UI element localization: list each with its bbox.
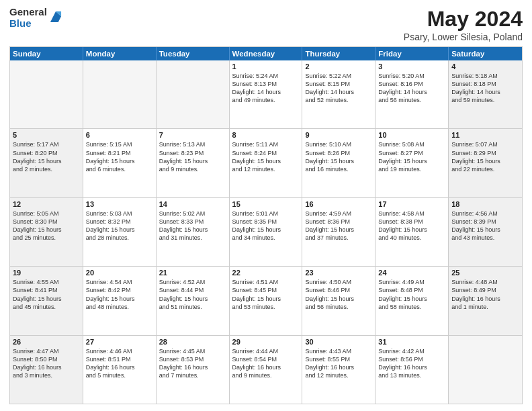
day-number: 24 bbox=[378, 269, 445, 277]
cell-info: Sunrise: 5:17 AM Sunset: 8:20 PM Dayligh… bbox=[13, 140, 80, 173]
day-number: 12 bbox=[13, 200, 80, 208]
day-header-thursday: Thursday bbox=[302, 47, 375, 60]
calendar-cell: 8Sunrise: 5:11 AM Sunset: 8:24 PM Daylig… bbox=[230, 129, 303, 197]
cell-info: Sunrise: 5:15 AM Sunset: 8:21 PM Dayligh… bbox=[86, 140, 153, 173]
cell-info: Sunrise: 4:55 AM Sunset: 8:41 PM Dayligh… bbox=[13, 278, 80, 311]
day-number: 13 bbox=[86, 200, 153, 208]
day-number: 17 bbox=[378, 200, 445, 208]
day-number: 8 bbox=[232, 131, 300, 139]
day-number: 6 bbox=[86, 131, 153, 139]
calendar-week-3: 12Sunrise: 5:05 AM Sunset: 8:30 PM Dayli… bbox=[10, 197, 522, 266]
calendar-cell: 29Sunrise: 4:44 AM Sunset: 8:54 PM Dayli… bbox=[230, 336, 303, 404]
cell-info: Sunrise: 5:05 AM Sunset: 8:30 PM Dayligh… bbox=[13, 210, 80, 242]
calendar-cell: 28Sunrise: 4:45 AM Sunset: 8:53 PM Dayli… bbox=[157, 336, 230, 404]
calendar-cell: 17Sunrise: 4:58 AM Sunset: 8:38 PM Dayli… bbox=[375, 198, 449, 266]
calendar-cell: 16Sunrise: 4:59 AM Sunset: 8:36 PM Dayli… bbox=[302, 198, 375, 266]
cell-info: Sunrise: 5:13 AM Sunset: 8:23 PM Dayligh… bbox=[159, 140, 226, 173]
calendar-cell: 4Sunrise: 5:18 AM Sunset: 8:18 PM Daylig… bbox=[449, 60, 522, 128]
day-number: 2 bbox=[305, 62, 372, 71]
day-number: 26 bbox=[13, 338, 80, 346]
day-number: 22 bbox=[232, 269, 300, 277]
cell-info: Sunrise: 5:22 AM Sunset: 8:15 PM Dayligh… bbox=[305, 72, 372, 105]
cell-info: Sunrise: 4:48 AM Sunset: 8:49 PM Dayligh… bbox=[451, 278, 519, 311]
day-header-monday: Monday bbox=[83, 47, 157, 60]
cell-info: Sunrise: 5:03 AM Sunset: 8:32 PM Dayligh… bbox=[86, 210, 153, 242]
calendar-body: 1Sunrise: 5:24 AM Sunset: 8:13 PM Daylig… bbox=[10, 60, 522, 404]
calendar-cell: 23Sunrise: 4:50 AM Sunset: 8:46 PM Dayli… bbox=[302, 267, 375, 334]
day-number: 30 bbox=[305, 338, 372, 346]
calendar-cell: 18Sunrise: 4:56 AM Sunset: 8:39 PM Dayli… bbox=[449, 198, 522, 266]
day-number: 11 bbox=[451, 131, 519, 139]
cell-info: Sunrise: 4:54 AM Sunset: 8:42 PM Dayligh… bbox=[86, 278, 153, 311]
calendar-cell: 9Sunrise: 5:10 AM Sunset: 8:26 PM Daylig… bbox=[302, 129, 375, 197]
day-number: 1 bbox=[232, 62, 300, 71]
calendar-cell: 11Sunrise: 5:07 AM Sunset: 8:29 PM Dayli… bbox=[449, 129, 522, 197]
cell-info: Sunrise: 4:49 AM Sunset: 8:48 PM Dayligh… bbox=[378, 278, 445, 311]
day-number: 27 bbox=[86, 338, 153, 346]
logo-icon bbox=[48, 9, 63, 24]
calendar-cell: 10Sunrise: 5:08 AM Sunset: 8:27 PM Dayli… bbox=[375, 129, 449, 197]
calendar-cell: 13Sunrise: 5:03 AM Sunset: 8:32 PM Dayli… bbox=[83, 198, 157, 266]
calendar-week-4: 19Sunrise: 4:55 AM Sunset: 8:41 PM Dayli… bbox=[10, 266, 522, 334]
calendar-cell: 31Sunrise: 4:42 AM Sunset: 8:56 PM Dayli… bbox=[375, 336, 449, 404]
logo-blue: Blue bbox=[9, 18, 47, 30]
cell-info: Sunrise: 4:51 AM Sunset: 8:45 PM Dayligh… bbox=[232, 278, 300, 311]
calendar-cell: 6Sunrise: 5:15 AM Sunset: 8:21 PM Daylig… bbox=[83, 129, 157, 197]
calendar-header: SundayMondayTuesdayWednesdayThursdayFrid… bbox=[10, 47, 522, 60]
calendar-cell bbox=[157, 60, 230, 128]
logo: General Blue bbox=[9, 7, 63, 29]
header: General Blue May 2024 Psary, Lower Siles… bbox=[9, 7, 523, 42]
cell-info: Sunrise: 4:43 AM Sunset: 8:55 PM Dayligh… bbox=[305, 347, 372, 380]
day-number: 7 bbox=[159, 131, 226, 139]
day-number: 18 bbox=[451, 200, 519, 208]
cell-info: Sunrise: 4:45 AM Sunset: 8:53 PM Dayligh… bbox=[159, 347, 226, 380]
calendar-cell: 12Sunrise: 5:05 AM Sunset: 8:30 PM Dayli… bbox=[10, 198, 83, 266]
cell-info: Sunrise: 4:58 AM Sunset: 8:38 PM Dayligh… bbox=[378, 210, 445, 242]
calendar-cell bbox=[10, 60, 83, 128]
title-block: May 2024 Psary, Lower Silesia, Poland bbox=[404, 7, 523, 42]
cell-info: Sunrise: 5:18 AM Sunset: 8:18 PM Dayligh… bbox=[451, 72, 519, 105]
day-number: 16 bbox=[305, 200, 372, 208]
day-header-sunday: Sunday bbox=[10, 47, 83, 60]
day-header-friday: Friday bbox=[375, 47, 449, 60]
cell-info: Sunrise: 5:24 AM Sunset: 8:13 PM Dayligh… bbox=[232, 72, 300, 105]
day-number: 14 bbox=[159, 200, 226, 208]
page: General Blue May 2024 Psary, Lower Siles… bbox=[0, 0, 532, 411]
calendar-week-1: 1Sunrise: 5:24 AM Sunset: 8:13 PM Daylig… bbox=[10, 60, 522, 128]
calendar-cell: 24Sunrise: 4:49 AM Sunset: 8:48 PM Dayli… bbox=[375, 267, 449, 334]
cell-info: Sunrise: 5:20 AM Sunset: 8:16 PM Dayligh… bbox=[378, 72, 445, 105]
calendar-cell: 1Sunrise: 5:24 AM Sunset: 8:13 PM Daylig… bbox=[230, 60, 303, 128]
day-number: 29 bbox=[232, 338, 300, 346]
cell-info: Sunrise: 4:44 AM Sunset: 8:54 PM Dayligh… bbox=[232, 347, 300, 380]
day-number: 31 bbox=[378, 338, 445, 346]
cell-info: Sunrise: 5:08 AM Sunset: 8:27 PM Dayligh… bbox=[378, 140, 445, 173]
cell-info: Sunrise: 4:42 AM Sunset: 8:56 PM Dayligh… bbox=[378, 347, 445, 380]
logo-text: General Blue bbox=[9, 7, 47, 29]
day-number: 15 bbox=[232, 200, 300, 208]
cell-info: Sunrise: 4:59 AM Sunset: 8:36 PM Dayligh… bbox=[305, 210, 372, 242]
calendar-cell bbox=[83, 60, 157, 128]
calendar-cell: 30Sunrise: 4:43 AM Sunset: 8:55 PM Dayli… bbox=[302, 336, 375, 404]
calendar-cell: 2Sunrise: 5:22 AM Sunset: 8:15 PM Daylig… bbox=[302, 60, 375, 128]
calendar-cell bbox=[449, 336, 522, 404]
cell-info: Sunrise: 5:01 AM Sunset: 8:35 PM Dayligh… bbox=[232, 210, 300, 242]
day-header-saturday: Saturday bbox=[449, 47, 522, 60]
cell-info: Sunrise: 5:02 AM Sunset: 8:33 PM Dayligh… bbox=[159, 210, 226, 242]
cell-info: Sunrise: 5:11 AM Sunset: 8:24 PM Dayligh… bbox=[232, 140, 300, 173]
calendar-cell: 7Sunrise: 5:13 AM Sunset: 8:23 PM Daylig… bbox=[157, 129, 230, 197]
calendar-cell: 27Sunrise: 4:46 AM Sunset: 8:51 PM Dayli… bbox=[83, 336, 157, 404]
calendar-cell: 19Sunrise: 4:55 AM Sunset: 8:41 PM Dayli… bbox=[10, 267, 83, 334]
logo-general: General bbox=[9, 7, 47, 18]
calendar-cell: 21Sunrise: 4:52 AM Sunset: 8:44 PM Dayli… bbox=[157, 267, 230, 334]
calendar-cell: 26Sunrise: 4:47 AM Sunset: 8:50 PM Dayli… bbox=[10, 336, 83, 404]
day-number: 23 bbox=[305, 269, 372, 277]
calendar-week-2: 5Sunrise: 5:17 AM Sunset: 8:20 PM Daylig… bbox=[10, 128, 522, 197]
day-header-wednesday: Wednesday bbox=[230, 47, 303, 60]
cell-info: Sunrise: 4:47 AM Sunset: 8:50 PM Dayligh… bbox=[13, 347, 80, 380]
day-number: 25 bbox=[451, 269, 519, 277]
calendar-cell: 22Sunrise: 4:51 AM Sunset: 8:45 PM Dayli… bbox=[230, 267, 303, 334]
calendar-week-5: 26Sunrise: 4:47 AM Sunset: 8:50 PM Dayli… bbox=[10, 335, 522, 404]
calendar-cell: 15Sunrise: 5:01 AM Sunset: 8:35 PM Dayli… bbox=[230, 198, 303, 266]
cell-info: Sunrise: 4:56 AM Sunset: 8:39 PM Dayligh… bbox=[451, 210, 519, 242]
day-number: 5 bbox=[13, 131, 80, 139]
